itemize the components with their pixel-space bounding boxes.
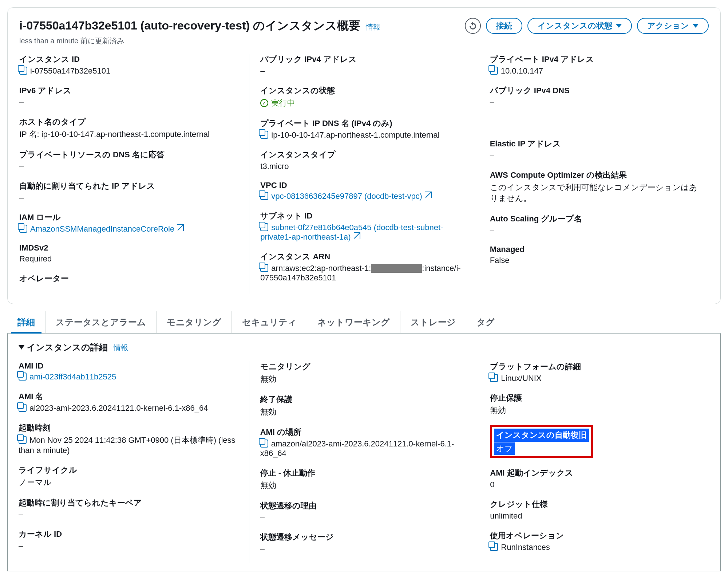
field-label: モニタリング <box>260 361 468 372</box>
tab-1[interactable]: ステータスとアラーム <box>45 311 156 333</box>
copy-icon[interactable] <box>260 223 268 231</box>
copy-icon[interactable] <box>490 374 498 382</box>
copy-icon[interactable] <box>19 404 27 412</box>
field-value: unlimited <box>490 511 699 521</box>
connect-button[interactable]: 接続 <box>486 18 522 34</box>
field-value: 10.0.10.147 <box>490 66 698 76</box>
field-label: インスタンスの状態 <box>260 85 468 96</box>
field-value: RunInstances <box>490 543 699 552</box>
field: 自動的に割り当てられた IP アドレス– <box>19 181 238 202</box>
field-label: AWS Compute Optimizer の検出結果 <box>490 170 698 181</box>
field: AMI 名al2023-ami-2023.6.20241121.0-kernel… <box>19 391 238 413</box>
instance-summary-panel: i-07550a147b32e5101 (auto-recovery-test)… <box>7 7 721 304</box>
copy-icon[interactable] <box>490 543 498 551</box>
field-value: Required <box>19 254 238 264</box>
field-value: ami-023ff3d4ab11b2525 <box>19 372 238 382</box>
field: サブネット IDsubnet-0f27e816b64e0a545 (docdb-… <box>260 210 468 242</box>
field-value: IP 名: ip-10-0-10-147.ap-northeast-1.comp… <box>19 129 238 140</box>
instance-state-dropdown[interactable]: インスタンスの状態 <box>527 18 632 34</box>
link[interactable]: vpc-08136636245e97897 (docdb-test-vpc) <box>271 192 422 201</box>
field: 停止 - 休止動作無効 <box>260 468 468 491</box>
field-label: ホスト名のタイプ <box>19 117 238 127</box>
column: プラットフォームの詳細Linux/UNIX停止保護無効インスタンスの自動復旧オフ… <box>479 361 709 563</box>
field-value: amazon/al2023-ami-2023.6.20241121.0-kern… <box>260 439 468 458</box>
field-label: サブネット ID <box>260 210 468 221</box>
external-link-icon[interactable] <box>354 232 360 239</box>
field-label: VPC ID <box>260 181 468 190</box>
actions-dropdown[interactable]: アクション <box>637 18 709 34</box>
disclosure-triangle-icon[interactable] <box>19 345 24 350</box>
field-label: Managed <box>490 245 698 254</box>
tab-3[interactable]: セキュリティ <box>232 311 307 333</box>
field-label: 状態遷移メッセージ <box>260 532 468 543</box>
external-link-icon[interactable] <box>177 224 184 231</box>
field-label: IMDSv2 <box>19 243 238 253</box>
column: AMI IDami-023ff3d4ab11b2525AMI 名al2023-a… <box>19 361 249 563</box>
copy-icon[interactable] <box>260 131 268 139</box>
field-label: IAM ロール <box>19 212 238 223</box>
copy-icon[interactable] <box>19 225 27 233</box>
field: ホスト名のタイプIP 名: ip-10-0-10-147.ap-northeas… <box>19 117 238 140</box>
tab-0[interactable]: 詳細 <box>7 311 45 333</box>
field-value: – <box>260 513 468 522</box>
field: 状態遷移の理由– <box>260 500 468 522</box>
copy-icon[interactable] <box>19 373 27 381</box>
field: ライフサイクルノーマル <box>19 465 238 488</box>
copy-icon[interactable] <box>19 67 27 75</box>
field-value: AmazonSSMManagedInstanceCoreRole <box>19 224 238 234</box>
tab-6[interactable]: タグ <box>466 311 505 333</box>
field-value: 無効 <box>260 406 468 417</box>
column: モニタリング無効終了保護無効AMI の場所amazon/al2023-ami-2… <box>249 361 479 563</box>
field-label: パブリック IPv4 DNS <box>490 85 698 96</box>
field: インスタンス ARNarn:aws:ec2:ap-northeast-1::in… <box>260 251 468 283</box>
field: インスタンス IDi-07550a147b32e5101 <box>19 54 238 76</box>
link[interactable]: AmazonSSMManagedInstanceCoreRole <box>30 224 174 233</box>
field-value: Mon Nov 25 2024 11:42:38 GMT+0900 (日本標準時… <box>19 435 238 455</box>
field: プライベートリソースの DNS 名に応答– <box>19 149 238 171</box>
field: パブリック IPv4 アドレス– <box>260 54 468 76</box>
field: IMDSv2Required <box>19 243 238 264</box>
field: モニタリング無効 <box>260 361 468 385</box>
field: 停止保護無効 <box>490 393 699 416</box>
field-label: カーネル ID <box>19 529 238 540</box>
field-value: ip-10-0-10-147.ap-northeast-1.compute.in… <box>260 130 468 140</box>
external-link-icon[interactable] <box>425 192 432 198</box>
column: パブリック IPv4 アドレス–インスタンスの状態✓実行中プライベート IP D… <box>249 54 479 294</box>
chevron-down-icon <box>616 24 622 28</box>
tab-4[interactable]: ネットワーキング <box>307 311 400 333</box>
field: AMI IDami-023ff3d4ab11b2525 <box>19 361 238 382</box>
link[interactable]: ami-023ff3d4ab11b2525 <box>29 372 116 381</box>
refresh-button[interactable] <box>465 18 481 34</box>
field-value: 無効 <box>490 405 699 416</box>
field: プライベート IPv4 アドレス10.0.10.147 <box>490 54 698 76</box>
field-value: – <box>19 510 238 519</box>
field-label: Elastic IP アドレス <box>490 138 698 149</box>
info-link[interactable]: 情報 <box>114 343 128 352</box>
field: AMI の場所amazon/al2023-ami-2023.6.20241121… <box>260 427 468 458</box>
field: AMI 起動インデックス0 <box>490 468 699 489</box>
copy-icon[interactable] <box>260 192 268 200</box>
redacted-account-id <box>371 264 422 273</box>
link[interactable]: subnet-0f27e816b64e0a545 (docdb-test-sub… <box>260 223 443 241</box>
field-value: オフ <box>494 442 515 455</box>
check-icon: ✓ <box>260 99 268 107</box>
field-value: – <box>490 151 698 160</box>
field-label: パブリック IPv4 アドレス <box>260 54 468 65</box>
tabs: 詳細ステータスとアラームモニタリングセキュリティネットワーキングストレージタグ <box>7 311 721 334</box>
section-heading: インスタンスの詳細 <box>27 342 108 353</box>
copy-icon[interactable] <box>19 436 27 444</box>
field: パブリック IPv4 DNS– <box>490 85 698 107</box>
field-value: Linux/UNIX <box>490 374 699 383</box>
copy-icon[interactable] <box>260 264 268 272</box>
info-link[interactable]: 情報 <box>366 23 380 31</box>
field-label: プライベート IPv4 アドレス <box>490 54 698 65</box>
copy-icon[interactable] <box>490 67 498 75</box>
tab-5[interactable]: ストレージ <box>400 311 466 333</box>
copy-icon[interactable] <box>260 440 268 448</box>
field-label: AMI 名 <box>19 391 238 402</box>
field-label: プラットフォームの詳細 <box>490 361 699 372</box>
field: Auto Scaling グループ名– <box>490 213 698 235</box>
tab-2[interactable]: モニタリング <box>156 311 232 333</box>
highlighted-field: インスタンスの自動復旧オフ <box>490 425 593 458</box>
field: カーネル ID– <box>19 529 238 551</box>
